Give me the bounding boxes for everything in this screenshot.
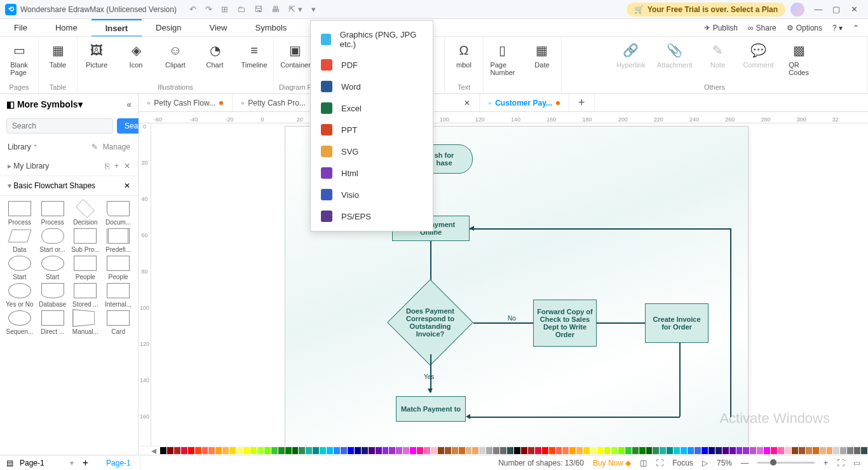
color-swatch[interactable] [569, 447, 576, 454]
node-forward[interactable]: Forward Copy of Check to Sales Dept to W… [533, 300, 597, 347]
shape-people[interactable]: People [102, 256, 134, 280]
color-swatch[interactable] [299, 447, 305, 454]
color-swatch[interactable] [618, 447, 625, 454]
color-swatch[interactable] [424, 447, 430, 454]
close-section-icon[interactable]: ✕ [124, 181, 130, 190]
color-swatch[interactable] [695, 447, 701, 454]
chart-button[interactable]: ◔Chart [201, 42, 229, 69]
zoom-out-button[interactable]: — [741, 459, 749, 467]
color-swatch[interactable] [549, 447, 555, 454]
basic-flowchart-section[interactable]: Basic Flowchart Shapes [13, 181, 95, 190]
color-swatch[interactable] [445, 447, 451, 454]
tab-close[interactable]: ✕ [455, 94, 480, 111]
color-swatch[interactable] [389, 447, 395, 454]
color-swatch[interactable] [500, 447, 506, 454]
note-button[interactable]: ✎Note [703, 42, 731, 69]
color-swatch[interactable] [174, 447, 180, 454]
undo-icon[interactable]: ↶ [189, 4, 196, 14]
shape-sequen[interactable]: Sequen... [4, 310, 36, 335]
color-swatch[interactable] [493, 447, 499, 454]
color-swatch[interactable] [556, 447, 562, 454]
color-swatch[interactable] [757, 447, 763, 454]
user-avatar[interactable] [790, 3, 804, 17]
timeline-button[interactable]: ≡Timeline [240, 42, 268, 69]
color-swatch[interactable] [383, 447, 389, 454]
close-lib-icon[interactable]: ✕ [124, 162, 130, 170]
my-library[interactable]: My Library [13, 162, 49, 170]
close-button[interactable]: ✕ [845, 4, 863, 14]
color-swatch[interactable] [625, 447, 632, 454]
color-swatch[interactable] [667, 447, 673, 454]
print-icon[interactable]: 🖶 [271, 4, 280, 14]
color-swatch[interactable] [229, 447, 236, 454]
shape-docum[interactable]: Docum... [102, 201, 134, 226]
container-button[interactable]: ▣Container [280, 42, 311, 69]
color-swatch[interactable] [847, 447, 853, 454]
edit-icon[interactable]: ✎ [92, 142, 98, 151]
focus-button[interactable]: Focus [672, 459, 693, 467]
color-swatch[interactable] [417, 447, 423, 454]
color-swatch[interactable] [369, 447, 375, 454]
color-swatch[interactable] [292, 447, 299, 454]
color-swatch[interactable] [355, 447, 361, 454]
menu-design[interactable]: Design [142, 19, 195, 36]
color-swatch[interactable] [743, 447, 749, 454]
collapse-panel-icon[interactable]: « [126, 99, 132, 109]
shape-predefi[interactable]: Predefi... [102, 228, 134, 253]
maximize-button[interactable]: ▢ [827, 4, 845, 14]
symbol-button[interactable]: Ωmbol [450, 42, 478, 69]
color-swatch[interactable] [736, 447, 743, 454]
color-swatch[interactable] [188, 447, 194, 454]
color-swatch[interactable] [486, 447, 492, 454]
color-swatch[interactable] [653, 447, 659, 454]
color-swatch[interactable] [514, 447, 520, 454]
layers-icon[interactable]: ◫ [640, 459, 647, 467]
color-swatch[interactable] [264, 447, 271, 454]
color-swatch[interactable] [639, 447, 646, 454]
page-list-icon[interactable]: ▤ [0, 459, 20, 467]
shape-stored[interactable]: Stored ... [70, 283, 102, 308]
color-swatch[interactable] [535, 447, 541, 454]
share-button[interactable]: ∞ Share [748, 24, 776, 32]
color-swatch[interactable] [348, 447, 354, 454]
new-icon[interactable]: ⊞ [221, 4, 228, 14]
color-swatch[interactable] [764, 447, 770, 454]
color-swatch[interactable] [472, 447, 478, 454]
tab-petty-cash-flow[interactable]: ▫Petty Cash Flow... [139, 94, 233, 111]
color-swatch[interactable] [604, 447, 611, 454]
color-swatch[interactable] [181, 447, 187, 454]
fullscreen-icon[interactable]: ⛶ [837, 459, 844, 467]
color-swatch[interactable] [410, 447, 416, 454]
node-decision[interactable]: Does Payment Correspond to Outstanding I… [387, 279, 473, 366]
dd-excel[interactable]: Excel [311, 97, 433, 119]
color-swatch[interactable] [799, 447, 805, 454]
color-swatch[interactable] [313, 447, 319, 454]
tab-customer-pay[interactable]: ▫Customer Pay... [480, 94, 569, 111]
dd-pseps[interactable]: PS/EPS [311, 205, 433, 227]
zoom-slider[interactable] [757, 462, 815, 464]
color-swatch[interactable] [674, 447, 680, 454]
shape-people[interactable]: People [70, 256, 102, 280]
color-swatch[interactable] [729, 447, 736, 454]
page-number-button[interactable]: ▯Page Number [489, 42, 517, 76]
date-button[interactable]: ▦Date [528, 42, 556, 69]
color-swatch[interactable] [542, 447, 548, 454]
comment-button[interactable]: 💬Comment [743, 42, 773, 69]
color-swatch[interactable] [562, 447, 569, 454]
collapse-icon[interactable]: ⌃ [33, 144, 38, 150]
shape-database[interactable]: Database [37, 283, 69, 308]
shape-startor[interactable]: Start or... [37, 228, 69, 253]
color-swatch[interactable] [479, 447, 485, 454]
shape-yesorno[interactable]: Yes or No [4, 283, 36, 308]
search-input[interactable] [6, 118, 113, 134]
color-swatch[interactable] [362, 447, 368, 454]
color-swatch[interactable] [341, 447, 347, 454]
dd-html[interactable]: Html [311, 162, 433, 184]
import-icon[interactable]: ⎘ [105, 162, 109, 170]
color-swatch[interactable] [222, 447, 229, 454]
add-tab-button[interactable]: + [569, 94, 595, 111]
color-swatch[interactable] [376, 447, 382, 454]
table-button[interactable]: ▦Table [44, 42, 72, 69]
add-page-button[interactable]: + [74, 457, 97, 469]
color-swatch[interactable] [646, 447, 653, 454]
